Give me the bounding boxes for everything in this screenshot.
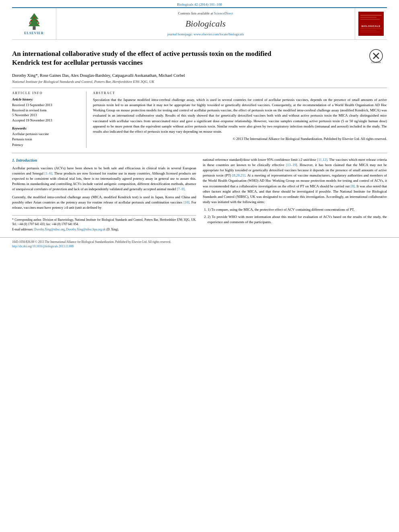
- biologicals-logo-icon: BIOLOGICALS: [358, 12, 384, 36]
- copyright-text: © 2013 The International Alliance for Bi…: [93, 137, 387, 141]
- svg-rect-17: [360, 32, 380, 32]
- bottom-bar: 1045-1056/$36.00 © 2013 The Internationa…: [0, 237, 399, 251]
- abstract-header: ABSTRACT: [93, 91, 387, 95]
- doi-link[interactable]: http://dx.doi.org/10.1016/j.biologicals.…: [12, 244, 387, 248]
- affiliation: National Institute for Biological Standa…: [12, 80, 387, 84]
- keyword-2: Pertussis toxin: [12, 137, 81, 142]
- aim-2: 2) To provide WHO with more information …: [208, 214, 387, 225]
- svg-rect-10: [359, 12, 383, 35]
- article-info-header: ARTICLE INFO: [12, 91, 81, 95]
- received-date: Received 13 September 2013: [12, 103, 81, 108]
- article-title: An international collaborative study of …: [12, 49, 293, 67]
- svg-rect-11: [360, 15, 382, 16]
- svg-rect-12: [360, 17, 376, 18]
- svg-rect-16: [360, 30, 376, 31]
- article-history-label: Article history:: [12, 97, 81, 101]
- journal-homepage: journal homepage: www.elsevier.com/locat…: [167, 32, 244, 36]
- aim-1: 1) To compare, using the MICA, the prote…: [208, 207, 387, 212]
- footnote-email: E-mail addresses: Dorothy.Xing@nibsc.org…: [12, 228, 196, 232]
- contents-available-text: Contents lists available at ScienceDirec…: [178, 11, 233, 15]
- body-divider: [12, 153, 387, 153]
- journal-header-center: Contents lists available at ScienceDirec…: [56, 8, 355, 39]
- right-para-1: national reference standard)/dose with l…: [203, 157, 387, 205]
- revised-date: 5 November 2013: [12, 113, 81, 118]
- intro-para-2: Currently, the modified intra-cerebral c…: [12, 195, 196, 211]
- svg-text:CrossMark: CrossMark: [371, 61, 381, 64]
- introduction-heading: 1. Introduction: [12, 157, 196, 163]
- svg-text:BIOLOGICALS: BIOLOGICALS: [361, 25, 380, 27]
- elsevier-tree-icon: [22, 12, 46, 31]
- footnote-corresponding: * Corresponding author. Division of Bact…: [12, 218, 196, 226]
- biologicals-logo: BIOLOGICALS: [358, 12, 384, 36]
- elsevier-text: ELSEVIER: [24, 31, 43, 35]
- svg-point-7: [29, 23, 31, 24]
- intro-para-1: Acellular pertussis vaccines (ACVs) have…: [12, 166, 196, 192]
- keyword-3: Potency: [12, 142, 81, 148]
- journal-ref-text: Biologicals 42 (2014) 101–108: [177, 2, 222, 6]
- body-columns: 1. Introduction Acellular pertussis vacc…: [12, 157, 387, 233]
- journal-header: ELSEVIER Contents lists available at Sci…: [12, 7, 387, 40]
- section-divider: [12, 88, 387, 88]
- footnote-area: * Corresponding author. Division of Bact…: [12, 215, 196, 232]
- crossmark-icon: CrossMark: [366, 49, 386, 66]
- body-right-column: national reference standard)/dose with l…: [203, 157, 387, 233]
- accepted-date: Accepted 19 November 2013: [12, 118, 81, 123]
- received-revised-label: Received in revised form: [12, 108, 81, 113]
- email-link-2[interactable]: Dorothy.Xing@nibsc.hpa.org.uk: [66, 228, 106, 231]
- aims-list: 1) To compare, using the MICA, the prote…: [208, 207, 387, 225]
- journal-title: Biologicals: [185, 18, 226, 29]
- title-row: An international collaborative study of …: [12, 44, 387, 70]
- main-content: An international collaborative study of …: [12, 40, 387, 237]
- authors: Dorothy Xing*, Rose Gaines Das, Alex Dou…: [12, 73, 387, 79]
- keyword-1: Acellular pertussis vaccine: [12, 131, 81, 137]
- elsevier-logo: ELSEVIER: [22, 12, 46, 35]
- elsevier-logo-area: ELSEVIER: [12, 8, 56, 39]
- issn-copyright: 1045-1056/$36.00 © 2013 The Internationa…: [12, 240, 387, 244]
- svg-point-5: [33, 17, 35, 19]
- svg-rect-0: [33, 26, 35, 30]
- svg-point-6: [36, 20, 38, 21]
- body-left-column: 1. Introduction Acellular pertussis vacc…: [12, 157, 196, 233]
- svg-rect-15: [360, 29, 382, 29]
- journal-reference: Biologicals 42 (2014) 101–108: [0, 0, 399, 7]
- sciencedirect-link[interactable]: ScienceDirect: [214, 11, 233, 15]
- abstract-text: Speculation that the Japanese modified i…: [93, 97, 387, 134]
- email-link-1[interactable]: Dorothy.Xing@nibsc.org: [34, 228, 65, 231]
- keywords-label: Keywords:: [12, 126, 81, 130]
- abstract-column: ABSTRACT Speculation that the Japanese m…: [93, 91, 387, 148]
- article-info-abstract-row: ARTICLE INFO Article history: Received 1…: [12, 91, 387, 148]
- biologicals-logo-area: BIOLOGICALS: [355, 8, 387, 39]
- article-info-column: ARTICLE INFO Article history: Received 1…: [12, 91, 86, 148]
- svg-rect-13: [360, 19, 380, 20]
- svg-point-4: [31, 20, 32, 21]
- crossmark-logo: CrossMark: [365, 48, 387, 66]
- svg-point-8: [38, 23, 39, 24]
